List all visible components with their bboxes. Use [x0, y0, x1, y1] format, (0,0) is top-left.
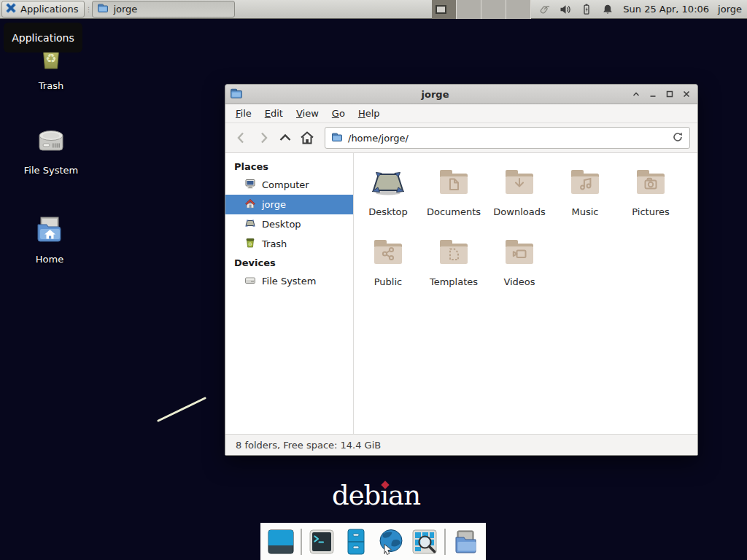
svg-text:♻: ♻: [45, 51, 56, 66]
file-manager-launcher[interactable]: [341, 527, 371, 556]
sidebar-header-devices: Devices: [225, 254, 353, 271]
volume-icon[interactable]: [560, 4, 571, 15]
top-panel: Applications ⋮ jorge Sun 25 Apr, 10:06 j…: [0, 0, 747, 19]
file-label: Pictures: [632, 206, 669, 217]
home-icon: [244, 198, 256, 211]
home-button[interactable]: [297, 128, 317, 148]
sidebar-item-label: Desktop: [262, 219, 301, 230]
bottom-dock: [260, 523, 486, 560]
xfce-logo-icon: [5, 2, 17, 16]
templates-folder-icon: [436, 235, 471, 272]
sidebar-header-places: Places: [225, 158, 353, 175]
sidebar: Places Computer jorge Desktop: [225, 153, 354, 434]
desktop-icon-file-system[interactable]: File System: [16, 122, 86, 176]
notifications-bell-icon[interactable]: [602, 4, 614, 15]
desktop-icon-label: File System: [24, 165, 78, 176]
location-path[interactable]: /home/jorge/: [348, 133, 667, 144]
taskbar-window-button[interactable]: jorge: [92, 1, 235, 18]
terminal-launcher[interactable]: [307, 527, 336, 556]
dock-separator: [444, 529, 446, 555]
desktop-folder-icon: [371, 165, 406, 202]
file-manager-window: jorge File Edit View Go Help: [225, 84, 698, 456]
system-tray: [538, 4, 614, 15]
sidebar-item-computer[interactable]: Computer: [225, 175, 353, 195]
public-folder-icon: [371, 235, 406, 272]
shade-button[interactable]: [627, 86, 644, 103]
desktop-icon-home[interactable]: Home: [15, 211, 85, 265]
sidebar-item-file-system[interactable]: File System: [225, 271, 353, 291]
sidebar-item-jorge[interactable]: jorge: [225, 195, 353, 214]
file-item-videos[interactable]: Videos: [487, 235, 552, 299]
up-button[interactable]: [275, 128, 295, 148]
desktop-mini-icon: [244, 217, 256, 231]
file-item-documents[interactable]: Documents: [421, 165, 487, 229]
sidebar-item-label: File System: [262, 276, 316, 287]
session-user-button[interactable]: jorge: [718, 4, 742, 15]
music-folder-icon: [568, 165, 603, 202]
menu-file[interactable]: File: [229, 105, 258, 122]
pictures-folder-icon: [633, 165, 668, 202]
workspace-4[interactable]: [506, 0, 531, 19]
menu-help[interactable]: Help: [352, 105, 387, 122]
statusbar-text: 8 folders, Free space: 14.4 GiB: [236, 440, 381, 451]
workspace-switcher: [432, 0, 531, 19]
folders-launcher[interactable]: [451, 527, 480, 556]
file-item-downloads[interactable]: Downloads: [487, 165, 552, 229]
clock[interactable]: Sun 25 Apr, 10:06: [623, 4, 709, 15]
panel-handle[interactable]: ⋮: [85, 6, 92, 13]
home-folder-icon: [32, 211, 67, 249]
window-title: jorge: [243, 89, 627, 100]
reload-icon[interactable]: [672, 131, 684, 145]
drive-mini-icon: [244, 274, 256, 288]
minimize-button[interactable]: [644, 86, 661, 103]
menu-view[interactable]: View: [290, 105, 325, 122]
file-item-public[interactable]: Public: [355, 235, 421, 299]
dock-separator: [301, 529, 302, 555]
applications-button[interactable]: Applications: [1, 1, 85, 18]
sidebar-item-label: jorge: [262, 199, 286, 210]
debian-logo: debian: [332, 480, 420, 511]
input-device-icon[interactable]: [538, 4, 550, 15]
videos-folder-icon: [502, 235, 537, 272]
taskbar-window-label: jorge: [113, 4, 137, 15]
statusbar: 8 folders, Free space: 14.4 GiB: [225, 434, 697, 455]
svg-text:♻: ♻: [248, 241, 252, 247]
computer-icon: [244, 178, 256, 192]
close-button[interactable]: [678, 86, 694, 103]
workspace-3[interactable]: [481, 0, 506, 19]
workspace-1[interactable]: [432, 0, 457, 19]
file-label: Public: [374, 276, 402, 287]
show-desktop-launcher[interactable]: [266, 527, 295, 556]
file-label: Templates: [430, 276, 478, 287]
file-item-desktop[interactable]: Desktop: [355, 165, 421, 229]
applications-tooltip: Applications: [4, 23, 82, 52]
sidebar-item-desktop[interactable]: Desktop: [225, 214, 353, 234]
sidebar-item-trash[interactable]: ♻ Trash: [225, 234, 353, 254]
file-view[interactable]: Desktop Documents Down: [354, 153, 697, 434]
location-folder-icon: [331, 131, 343, 145]
maximize-button[interactable]: [661, 86, 678, 103]
file-item-templates[interactable]: Templates: [421, 235, 487, 299]
workspace-2[interactable]: [457, 0, 481, 19]
location-bar[interactable]: /home/jorge/: [325, 127, 690, 149]
workspace-window-preview: [436, 5, 446, 14]
applications-button-label: Applications: [20, 4, 78, 15]
file-label: Videos: [503, 276, 535, 287]
window-folder-icon: [230, 87, 243, 102]
forward-button[interactable]: [253, 128, 273, 148]
menu-go[interactable]: Go: [325, 105, 352, 122]
toolbar: /home/jorge/: [225, 123, 697, 153]
trash-mini-icon: ♻: [244, 237, 256, 251]
file-label: Downloads: [493, 206, 545, 217]
back-button[interactable]: [231, 128, 251, 148]
web-browser-launcher[interactable]: [376, 527, 405, 556]
app-finder-launcher[interactable]: [410, 527, 439, 556]
documents-folder-icon: [436, 165, 471, 202]
debian-logo-text: debian: [332, 480, 420, 511]
battery-icon[interactable]: [581, 4, 592, 15]
file-item-pictures[interactable]: Pictures: [618, 165, 684, 229]
titlebar[interactable]: jorge: [225, 85, 697, 104]
file-item-music[interactable]: Music: [552, 165, 618, 229]
menu-edit[interactable]: Edit: [258, 105, 290, 122]
hard-drive-icon: [34, 122, 69, 160]
